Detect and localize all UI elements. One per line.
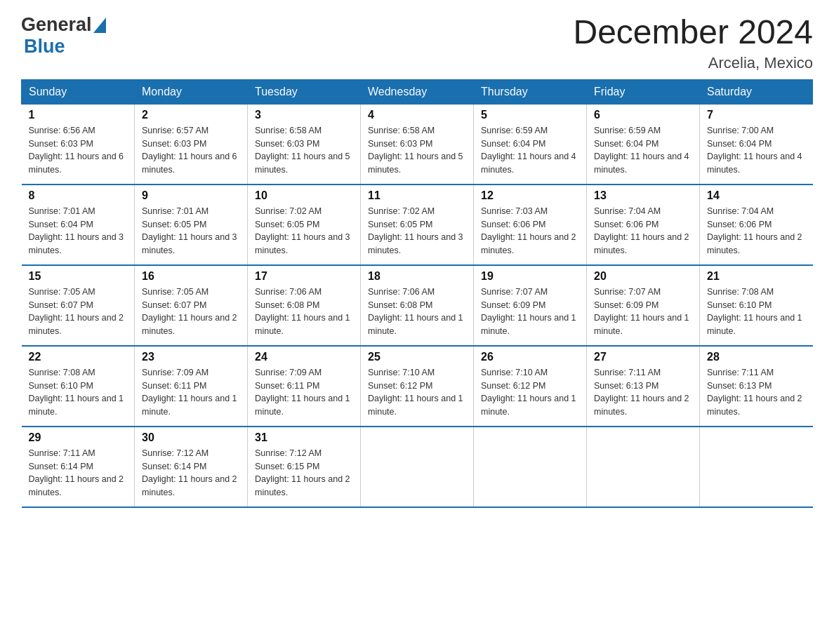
day-number: 23 — [142, 351, 240, 363]
day-info: Sunrise: 7:08 AM Sunset: 6:10 PM Dayligh… — [707, 286, 806, 338]
day-cell: 4 Sunrise: 6:58 AM Sunset: 6:03 PM Dayli… — [361, 104, 474, 185]
day-info: Sunrise: 7:00 AM Sunset: 6:04 PM Dayligh… — [707, 124, 806, 177]
day-number: 30 — [142, 431, 240, 444]
calendar-header: Sunday Monday Tuesday Wednesday Thursday… — [22, 79, 813, 104]
col-tuesday: Tuesday — [248, 79, 361, 104]
logo-triangle-icon — [93, 18, 106, 33]
day-info: Sunrise: 7:12 AM Sunset: 6:14 PM Dayligh… — [142, 447, 240, 499]
day-cell: 3 Sunrise: 6:58 AM Sunset: 6:03 PM Dayli… — [248, 104, 361, 185]
day-cell: 9 Sunrise: 7:01 AM Sunset: 6:05 PM Dayli… — [135, 185, 248, 265]
day-info: Sunrise: 6:56 AM Sunset: 6:03 PM Dayligh… — [29, 124, 128, 177]
day-number: 1 — [29, 109, 128, 121]
day-cell: 22 Sunrise: 7:08 AM Sunset: 6:10 PM Dayl… — [22, 346, 135, 427]
day-number: 28 — [707, 351, 806, 363]
day-info: Sunrise: 6:58 AM Sunset: 6:03 PM Dayligh… — [255, 124, 353, 177]
day-info: Sunrise: 7:04 AM Sunset: 6:06 PM Dayligh… — [707, 205, 806, 257]
day-info: Sunrise: 7:07 AM Sunset: 6:09 PM Dayligh… — [594, 286, 692, 338]
day-number: 22 — [29, 351, 128, 363]
col-thursday: Thursday — [474, 79, 587, 104]
page-header: General Blue December 2024 Arcelia, Mexi… — [21, 14, 813, 72]
day-info: Sunrise: 7:01 AM Sunset: 6:04 PM Dayligh… — [29, 205, 128, 257]
day-cell: 27 Sunrise: 7:11 AM Sunset: 6:13 PM Dayl… — [587, 346, 700, 427]
day-number: 24 — [255, 351, 353, 363]
day-info: Sunrise: 7:02 AM Sunset: 6:05 PM Dayligh… — [368, 205, 466, 257]
day-info: Sunrise: 7:11 AM Sunset: 6:13 PM Dayligh… — [594, 366, 692, 419]
day-cell: 23 Sunrise: 7:09 AM Sunset: 6:11 PM Dayl… — [135, 346, 248, 427]
day-info: Sunrise: 7:09 AM Sunset: 6:11 PM Dayligh… — [255, 366, 353, 419]
day-info: Sunrise: 6:59 AM Sunset: 6:04 PM Dayligh… — [594, 124, 692, 177]
day-cell: 14 Sunrise: 7:04 AM Sunset: 6:06 PM Dayl… — [700, 185, 813, 265]
day-cell: 6 Sunrise: 6:59 AM Sunset: 6:04 PM Dayli… — [587, 104, 700, 185]
day-cell — [474, 427, 587, 507]
day-info: Sunrise: 6:58 AM Sunset: 6:03 PM Dayligh… — [368, 124, 466, 177]
day-info: Sunrise: 6:59 AM Sunset: 6:04 PM Dayligh… — [481, 124, 579, 177]
day-cell — [361, 427, 474, 507]
day-number: 3 — [255, 109, 353, 121]
col-friday: Friday — [587, 79, 700, 104]
day-cell: 25 Sunrise: 7:10 AM Sunset: 6:12 PM Dayl… — [361, 346, 474, 427]
day-info: Sunrise: 7:02 AM Sunset: 6:05 PM Dayligh… — [255, 205, 353, 257]
day-number: 15 — [29, 270, 128, 283]
day-cell: 24 Sunrise: 7:09 AM Sunset: 6:11 PM Dayl… — [248, 346, 361, 427]
week-row-3: 15 Sunrise: 7:05 AM Sunset: 6:07 PM Dayl… — [22, 265, 813, 346]
logo: General Blue — [21, 14, 106, 58]
day-info: Sunrise: 7:05 AM Sunset: 6:07 PM Dayligh… — [142, 286, 240, 338]
logo-blue-text: Blue — [24, 36, 65, 58]
day-number: 9 — [142, 189, 240, 202]
day-cell: 11 Sunrise: 7:02 AM Sunset: 6:05 PM Dayl… — [361, 185, 474, 265]
logo-general-text: General — [21, 14, 92, 36]
day-info: Sunrise: 7:06 AM Sunset: 6:08 PM Dayligh… — [255, 286, 353, 338]
day-number: 6 — [594, 109, 692, 121]
day-info: Sunrise: 7:08 AM Sunset: 6:10 PM Dayligh… — [29, 366, 128, 419]
day-number: 5 — [481, 109, 579, 121]
day-number: 7 — [707, 109, 806, 121]
day-number: 26 — [481, 351, 579, 363]
day-cell: 18 Sunrise: 7:06 AM Sunset: 6:08 PM Dayl… — [361, 265, 474, 346]
day-number: 13 — [594, 189, 692, 202]
day-cell: 21 Sunrise: 7:08 AM Sunset: 6:10 PM Dayl… — [700, 265, 813, 346]
day-info: Sunrise: 7:07 AM Sunset: 6:09 PM Dayligh… — [481, 286, 579, 338]
day-number: 19 — [481, 270, 579, 283]
col-saturday: Saturday — [700, 79, 813, 104]
day-number: 2 — [142, 109, 240, 121]
day-number: 11 — [368, 189, 466, 202]
day-cell: 20 Sunrise: 7:07 AM Sunset: 6:09 PM Dayl… — [587, 265, 700, 346]
day-info: Sunrise: 7:10 AM Sunset: 6:12 PM Dayligh… — [481, 366, 579, 419]
day-cell: 5 Sunrise: 6:59 AM Sunset: 6:04 PM Dayli… — [474, 104, 587, 185]
day-info: Sunrise: 7:01 AM Sunset: 6:05 PM Dayligh… — [142, 205, 240, 257]
day-cell: 17 Sunrise: 7:06 AM Sunset: 6:08 PM Dayl… — [248, 265, 361, 346]
day-cell: 1 Sunrise: 6:56 AM Sunset: 6:03 PM Dayli… — [22, 104, 135, 185]
week-row-2: 8 Sunrise: 7:01 AM Sunset: 6:04 PM Dayli… — [22, 185, 813, 265]
day-info: Sunrise: 7:12 AM Sunset: 6:15 PM Dayligh… — [255, 447, 353, 499]
week-row-4: 22 Sunrise: 7:08 AM Sunset: 6:10 PM Dayl… — [22, 346, 813, 427]
day-number: 20 — [594, 270, 692, 283]
day-info: Sunrise: 7:10 AM Sunset: 6:12 PM Dayligh… — [368, 366, 466, 419]
day-number: 29 — [29, 431, 128, 444]
col-sunday: Sunday — [22, 79, 135, 104]
day-cell: 31 Sunrise: 7:12 AM Sunset: 6:15 PM Dayl… — [248, 427, 361, 507]
col-wednesday: Wednesday — [361, 79, 474, 104]
day-cell: 12 Sunrise: 7:03 AM Sunset: 6:06 PM Dayl… — [474, 185, 587, 265]
main-title: December 2024 — [573, 14, 813, 51]
week-row-1: 1 Sunrise: 6:56 AM Sunset: 6:03 PM Dayli… — [22, 104, 813, 185]
day-number: 8 — [29, 189, 128, 202]
day-info: Sunrise: 7:06 AM Sunset: 6:08 PM Dayligh… — [368, 286, 466, 338]
calendar-table: Sunday Monday Tuesday Wednesday Thursday… — [21, 79, 813, 508]
day-cell: 7 Sunrise: 7:00 AM Sunset: 6:04 PM Dayli… — [700, 104, 813, 185]
day-cell: 13 Sunrise: 7:04 AM Sunset: 6:06 PM Dayl… — [587, 185, 700, 265]
day-info: Sunrise: 7:03 AM Sunset: 6:06 PM Dayligh… — [481, 205, 579, 257]
day-info: Sunrise: 7:09 AM Sunset: 6:11 PM Dayligh… — [142, 366, 240, 419]
calendar-body: 1 Sunrise: 6:56 AM Sunset: 6:03 PM Dayli… — [22, 104, 813, 507]
day-number: 27 — [594, 351, 692, 363]
day-number: 25 — [368, 351, 466, 363]
day-info: Sunrise: 7:11 AM Sunset: 6:14 PM Dayligh… — [29, 447, 128, 499]
day-info: Sunrise: 6:57 AM Sunset: 6:03 PM Dayligh… — [142, 124, 240, 177]
day-cell: 29 Sunrise: 7:11 AM Sunset: 6:14 PM Dayl… — [22, 427, 135, 507]
day-number: 17 — [255, 270, 353, 283]
header-row: Sunday Monday Tuesday Wednesday Thursday… — [22, 79, 813, 104]
day-number: 4 — [368, 109, 466, 121]
title-section: December 2024 Arcelia, Mexico — [573, 14, 813, 72]
day-cell: 19 Sunrise: 7:07 AM Sunset: 6:09 PM Dayl… — [474, 265, 587, 346]
day-number: 14 — [707, 189, 806, 202]
subtitle: Arcelia, Mexico — [573, 54, 813, 72]
